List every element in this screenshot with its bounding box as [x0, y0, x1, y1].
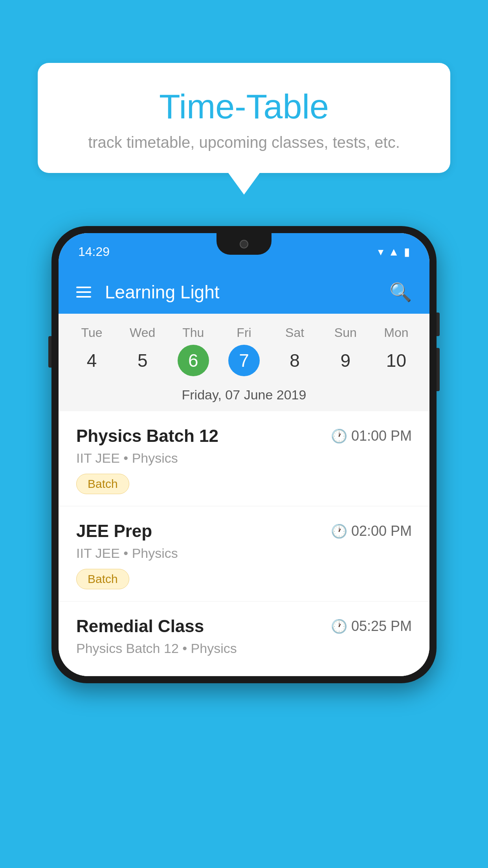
hamburger-line-2: [76, 291, 91, 293]
schedule-subtitle-1: IIT JEE • Physics: [76, 546, 412, 561]
schedule-item-0[interactable]: Physics Batch 12🕐01:00 PMIIT JEE • Physi…: [59, 411, 429, 506]
day-num-wed[interactable]: 5: [127, 345, 158, 376]
day-name-sun: Sun: [334, 326, 357, 340]
day-num-tue[interactable]: 4: [76, 345, 108, 376]
schedule-subtitle-2: Physics Batch 12 • Physics: [76, 641, 412, 656]
schedule-subtitle-0: IIT JEE • Physics: [76, 451, 412, 466]
phone-outer: 14:29 ▾ ▲ ▮ Learning Light 🔍: [51, 226, 437, 683]
phone-inner: 14:29 ▾ ▲ ▮ Learning Light 🔍: [59, 233, 429, 676]
speech-bubble: Time-Table track timetable, upcoming cla…: [38, 63, 450, 173]
hamburger-line-3: [76, 296, 91, 298]
schedule-title-2: Remedial Class: [76, 616, 204, 636]
day-name-thu: Thu: [182, 326, 204, 340]
hamburger-line-1: [76, 287, 91, 288]
day-col-fri[interactable]: Fri7: [220, 326, 268, 376]
schedule-time-1: 🕐02:00 PM: [331, 523, 412, 539]
schedule-header-0: Physics Batch 12🕐01:00 PM: [76, 426, 412, 446]
day-col-tue[interactable]: Tue4: [68, 326, 116, 376]
power-button: [437, 313, 440, 336]
day-name-mon: Mon: [384, 326, 408, 340]
day-num-thu[interactable]: 6: [178, 345, 209, 376]
status-bar: 14:29 ▾ ▲ ▮: [59, 233, 429, 270]
day-name-wed: Wed: [130, 326, 155, 340]
schedule-list: Physics Batch 12🕐01:00 PMIIT JEE • Physi…: [59, 411, 429, 676]
bubble-arrow: [228, 173, 260, 195]
schedule-time-text-1: 02:00 PM: [351, 523, 412, 539]
schedule-item-1[interactable]: JEE Prep🕐02:00 PMIIT JEE • PhysicsBatch: [59, 506, 429, 601]
schedule-header-1: JEE Prep🕐02:00 PM: [76, 521, 412, 541]
schedule-item-2[interactable]: Remedial Class🕐05:25 PMPhysics Batch 12 …: [59, 601, 429, 676]
bubble-title: Time-Table: [69, 86, 419, 127]
schedule-time-text-2: 05:25 PM: [351, 618, 412, 634]
battery-icon: ▮: [404, 245, 410, 258]
days-header: Tue4Wed5Thu6Fri7Sat8Sun9Mon10: [59, 322, 429, 380]
day-col-mon[interactable]: Mon10: [372, 326, 420, 376]
batch-badge-1: Batch: [76, 569, 129, 589]
schedule-time-2: 🕐05:25 PM: [331, 618, 412, 634]
app-title: Learning Light: [105, 281, 376, 303]
speech-bubble-container: Time-Table track timetable, upcoming cla…: [38, 63, 450, 195]
selected-date-label: Friday, 07 June 2019: [59, 380, 429, 411]
phone-mockup: 14:29 ▾ ▲ ▮ Learning Light 🔍: [51, 226, 437, 683]
clock-icon: 🕐: [331, 428, 347, 444]
bubble-subtitle: track timetable, upcoming classes, tests…: [69, 134, 419, 151]
volume-button: [48, 336, 51, 368]
day-name-fri: Fri: [237, 326, 251, 340]
status-icons: ▾ ▲ ▮: [378, 245, 410, 258]
volume-down-button: [437, 348, 440, 391]
day-col-sat[interactable]: Sat8: [271, 326, 318, 376]
schedule-header-2: Remedial Class🕐05:25 PM: [76, 616, 412, 636]
status-time: 14:29: [78, 245, 110, 259]
notch: [216, 233, 272, 255]
day-col-sun[interactable]: Sun9: [322, 326, 369, 376]
day-name-tue: Tue: [81, 326, 103, 340]
day-num-fri[interactable]: 7: [228, 345, 260, 376]
schedule-title-0: Physics Batch 12: [76, 426, 218, 446]
app-bar: Learning Light 🔍: [59, 270, 429, 314]
clock-icon: 🕐: [331, 618, 347, 634]
day-num-mon[interactable]: 10: [380, 345, 412, 376]
search-icon[interactable]: 🔍: [389, 281, 412, 303]
hamburger-menu[interactable]: [76, 287, 91, 298]
day-num-sat[interactable]: 8: [279, 345, 310, 376]
day-name-sat: Sat: [285, 326, 304, 340]
schedule-time-0: 🕐01:00 PM: [331, 428, 412, 444]
wifi-icon: ▾: [378, 245, 383, 258]
camera: [240, 240, 248, 248]
clock-icon: 🕐: [331, 523, 347, 539]
day-num-sun[interactable]: 9: [330, 345, 361, 376]
signal-icon: ▲: [388, 246, 399, 258]
batch-badge-0: Batch: [76, 474, 129, 494]
week-calendar: Tue4Wed5Thu6Fri7Sat8Sun9Mon10 Friday, 07…: [59, 314, 429, 411]
schedule-time-text-0: 01:00 PM: [351, 428, 412, 444]
schedule-title-1: JEE Prep: [76, 521, 152, 541]
day-col-thu[interactable]: Thu6: [170, 326, 217, 376]
day-col-wed[interactable]: Wed5: [119, 326, 166, 376]
